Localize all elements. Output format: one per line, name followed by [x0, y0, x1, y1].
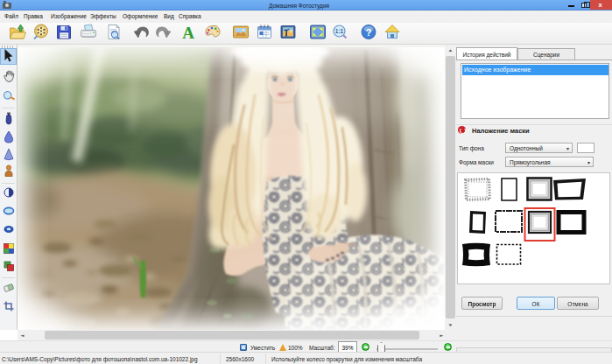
svg-text:?: ?	[366, 27, 372, 38]
svg-text:A: A	[182, 24, 194, 42]
svg-text:1:1: 1:1	[335, 28, 344, 34]
